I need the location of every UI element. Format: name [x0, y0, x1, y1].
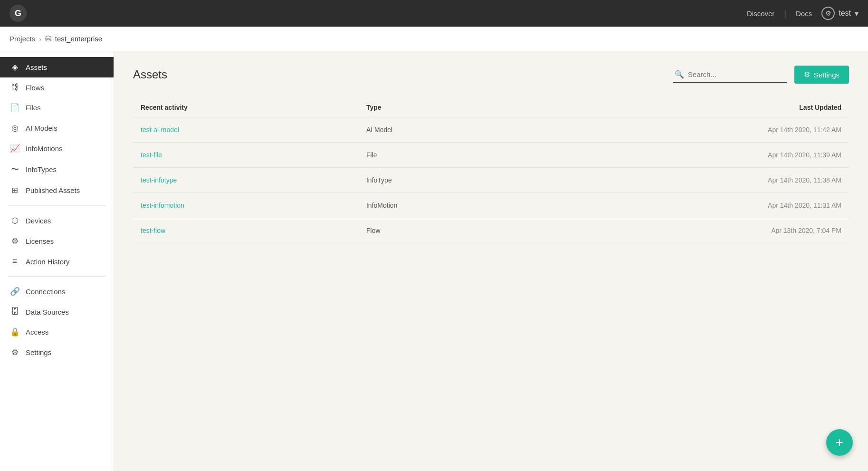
topbar-divider: | [784, 9, 786, 19]
sidebar-item-files[interactable]: 📄 Files [0, 97, 114, 118]
sidebar-label-licenses: Licenses [26, 237, 54, 245]
table-header-row: Recent activity Type Last Updated [133, 98, 849, 117]
asset-updated: Apr 13th 2020, 7:04 PM [526, 218, 849, 243]
col-header-type: Type [359, 98, 527, 117]
user-dropdown-icon: ▾ [855, 9, 858, 18]
asset-type: File [359, 143, 527, 168]
user-menu[interactable]: ⚙ test ▾ [821, 7, 858, 20]
sidebar-label-files: Files [26, 104, 41, 112]
data-sources-icon: 🗄 [10, 307, 20, 317]
table-row: test-file File Apr 14th 2020, 11:39 AM [133, 143, 849, 168]
sidebar-label-assets: Assets [26, 63, 47, 71]
sidebar-label-flows: Flows [26, 84, 44, 92]
user-avatar: ⚙ [821, 7, 835, 20]
files-icon: 📄 [10, 103, 20, 113]
asset-type: AI Model [359, 117, 527, 143]
access-icon: 🔒 [10, 327, 20, 337]
settings-nav-icon: ⚙ [10, 347, 20, 357]
search-input[interactable] [688, 70, 785, 78]
sidebar-item-ai-models[interactable]: ◎ AI Models [0, 118, 114, 138]
sidebar-label-ai-models: AI Models [26, 124, 57, 132]
breadcrumb-projects[interactable]: Projects [10, 35, 35, 43]
header-right: 🔍 ⚙ Settings [673, 66, 849, 84]
devices-icon: ⬡ [10, 216, 20, 226]
sidebar-item-published-assets[interactable]: ⊞ Published Assets [0, 180, 114, 201]
asset-name[interactable]: test-ai-model [133, 117, 359, 143]
sidebar-item-data-sources[interactable]: 🗄 Data Sources [0, 302, 114, 322]
breadcrumb-separator: › [39, 35, 41, 43]
asset-name[interactable]: test-flow [133, 218, 359, 243]
sidebar-divider-2 [8, 276, 106, 277]
sidebar-item-licenses[interactable]: ⚙ Licenses [0, 231, 114, 251]
sidebar-item-settings[interactable]: ⚙ Settings [0, 342, 114, 363]
licenses-icon: ⚙ [10, 236, 20, 246]
asset-updated: Apr 14th 2020, 11:31 AM [526, 193, 849, 218]
col-header-activity: Recent activity [133, 98, 359, 117]
sidebar-label-access: Access [26, 328, 48, 336]
asset-name[interactable]: test-file [133, 143, 359, 168]
discover-link[interactable]: Discover [747, 10, 774, 18]
asset-updated: Apr 14th 2020, 11:38 AM [526, 168, 849, 193]
app-logo[interactable]: G [10, 5, 27, 22]
connections-icon: 🔗 [10, 287, 20, 297]
sidebar-label-data-sources: Data Sources [26, 308, 69, 316]
asset-name[interactable]: test-infomotion [133, 193, 359, 218]
sidebar-label-action-history: Action History [26, 258, 70, 266]
sidebar-item-infotypes[interactable]: 〜 InfoTypes [0, 159, 114, 180]
add-button[interactable]: + [826, 429, 853, 456]
sidebar-label-connections: Connections [26, 288, 65, 296]
breadcrumb-current: test_enterprise [55, 35, 102, 43]
breadcrumb: Projects › ⛁ test_enterprise [0, 27, 868, 51]
topbar: G Discover | Docs ⚙ test ▾ [0, 0, 868, 27]
table-row: test-infomotion InfoMotion Apr 14th 2020… [133, 193, 849, 218]
asset-name[interactable]: test-infotype [133, 168, 359, 193]
logo-symbol: G [15, 9, 21, 19]
sidebar: ◈ Assets ⛓ Flows 📄 Files ◎ AI Models 📈 I… [0, 51, 114, 471]
sidebar-item-assets[interactable]: ◈ Assets [0, 57, 114, 77]
table-row: test-ai-model AI Model Apr 14th 2020, 11… [133, 117, 849, 143]
settings-btn-icon: ⚙ [804, 70, 810, 79]
sidebar-item-infomotions[interactable]: 📈 InfoMotions [0, 138, 114, 159]
search-icon: 🔍 [675, 70, 684, 79]
sidebar-item-connections[interactable]: 🔗 Connections [0, 281, 114, 302]
infomotions-icon: 📈 [10, 144, 20, 154]
asset-type: InfoType [359, 168, 527, 193]
content-header: Assets 🔍 ⚙ Settings [133, 66, 849, 84]
ai-models-icon: ◎ [10, 123, 20, 133]
docs-link[interactable]: Docs [796, 10, 812, 18]
sidebar-label-infomotions: InfoMotions [26, 144, 63, 153]
sidebar-item-action-history[interactable]: ≡ Action History [0, 251, 114, 271]
asset-updated: Apr 14th 2020, 11:42 AM [526, 117, 849, 143]
sidebar-item-devices[interactable]: ⬡ Devices [0, 211, 114, 231]
action-history-icon: ≡ [10, 257, 20, 266]
sidebar-label-infotypes: InfoTypes [26, 165, 57, 173]
infotypes-icon: 〜 [10, 164, 20, 175]
sidebar-label-published-assets: Published Assets [26, 186, 80, 194]
assets-icon: ◈ [10, 62, 20, 72]
sidebar-item-access[interactable]: 🔒 Access [0, 322, 114, 342]
table-row: test-infotype InfoType Apr 14th 2020, 11… [133, 168, 849, 193]
published-assets-icon: ⊞ [10, 185, 20, 195]
asset-type: InfoMotion [359, 193, 527, 218]
search-box: 🔍 [673, 67, 787, 83]
settings-btn-label: Settings [814, 71, 839, 79]
asset-updated: Apr 14th 2020, 11:39 AM [526, 143, 849, 168]
topbar-right: Discover | Docs ⚙ test ▾ [747, 7, 858, 20]
sidebar-item-flows[interactable]: ⛓ Flows [0, 77, 114, 97]
page-title: Assets [133, 68, 167, 81]
assets-table: Recent activity Type Last Updated test-a… [133, 98, 849, 243]
content-area: Assets 🔍 ⚙ Settings Recent activity Type… [114, 51, 868, 471]
main-layout: ◈ Assets ⛓ Flows 📄 Files ◎ AI Models 📈 I… [0, 51, 868, 471]
breadcrumb-project-icon: ⛁ [45, 34, 51, 43]
table-row: test-flow Flow Apr 13th 2020, 7:04 PM [133, 218, 849, 243]
settings-button[interactable]: ⚙ Settings [794, 66, 849, 84]
flows-icon: ⛓ [10, 83, 20, 92]
sidebar-label-devices: Devices [26, 217, 51, 225]
col-header-updated: Last Updated [526, 98, 849, 117]
user-name: test [839, 9, 851, 18]
asset-type: Flow [359, 218, 527, 243]
sidebar-divider-1 [8, 205, 106, 206]
sidebar-label-settings: Settings [26, 348, 51, 356]
